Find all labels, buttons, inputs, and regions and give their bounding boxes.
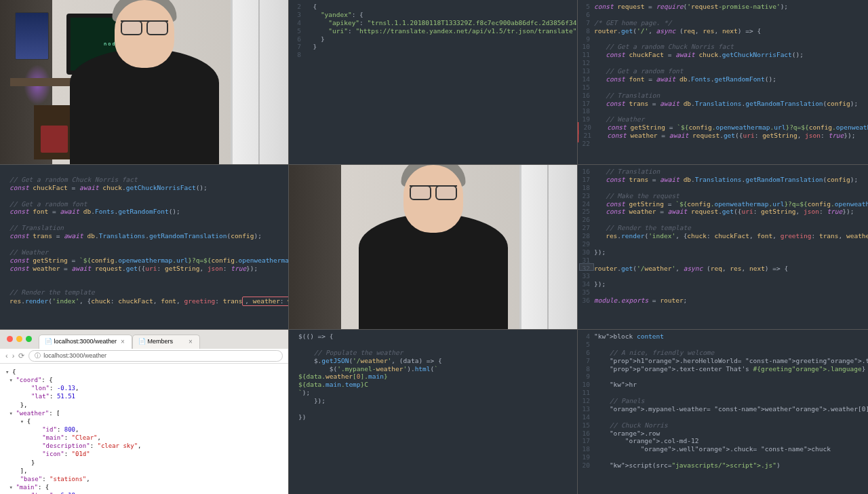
traffic-lights[interactable] xyxy=(7,336,32,342)
editor-route-handler-left[interactable]: // Get a random Chuck Norris factconst c… xyxy=(0,165,288,329)
address-bar: ‹ › ⟳ ⓘlocalhost:3000/weather xyxy=(0,349,288,364)
browser-titlebar: 📄 localhost:3000/weather× 📄 Members× xyxy=(0,330,288,349)
editor-router-mid[interactable]: 16 // Translation17 const trans = await … xyxy=(578,165,868,329)
editor-client-script[interactable]: $(() => { // Populate the weather $.getJ… xyxy=(289,330,577,494)
tab-members[interactable]: 📄 Members× xyxy=(132,335,200,349)
webcam-feed-2: node xyxy=(289,165,577,329)
json-response[interactable]: ▾{ ▾"coord": { "lon": -0.13, "lat": 51.5… xyxy=(0,364,288,494)
editor-config-json[interactable]: 2 {3 "yandex": {4 "apikey": "trnsl.1.1.2… xyxy=(289,0,577,164)
editor-pug-template[interactable]: 4"kw">block content56 // A nice, friendl… xyxy=(578,330,868,494)
tab-weather[interactable]: 📄 localhost:3000/weather× xyxy=(39,335,132,349)
close-icon[interactable]: × xyxy=(121,338,125,347)
browser-window[interactable]: 📄 localhost:3000/weather× 📄 Members× ‹ ›… xyxy=(0,330,288,494)
webcam-feed-1: node xyxy=(0,0,288,164)
back-icon[interactable]: ‹ xyxy=(5,352,8,361)
url-input[interactable]: ⓘlocalhost:3000/weather xyxy=(28,350,283,362)
close-icon[interactable]: × xyxy=(189,338,193,347)
reload-icon[interactable]: ⟳ xyxy=(18,352,24,361)
forward-icon[interactable]: › xyxy=(12,352,15,361)
grid-3x3: node 2 {3 "yandex": {4 "apikey": "trnsl.… xyxy=(0,0,868,494)
minimize-icon[interactable] xyxy=(16,336,22,342)
close-icon[interactable] xyxy=(7,336,13,342)
browser-tabs: 📄 localhost:3000/weather× 📄 Members× xyxy=(39,335,200,349)
editor-router-top[interactable]: 5const request = require('request-promis… xyxy=(578,0,868,164)
maximize-icon[interactable] xyxy=(26,336,32,342)
